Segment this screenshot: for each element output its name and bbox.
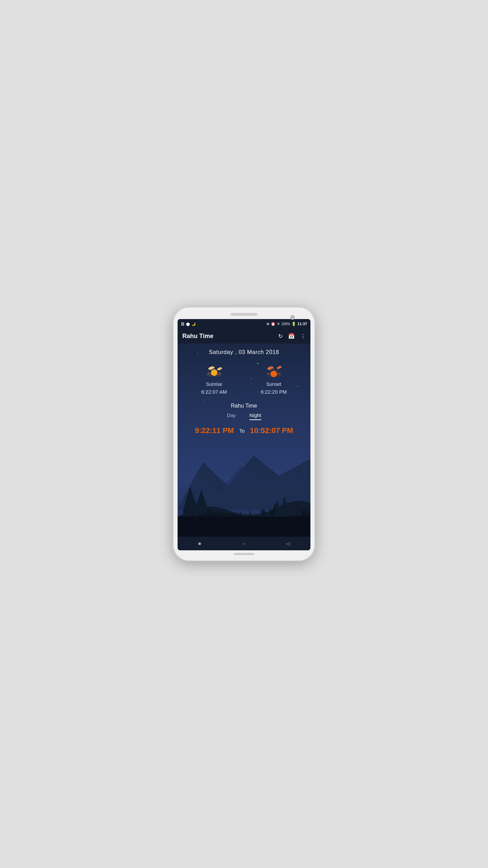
back-button[interactable]: ◁ <box>286 541 290 546</box>
sunrise-time: 6:22:07 AM <box>201 389 227 395</box>
status-left: 🖼 ⬤ 🌙 <box>181 322 196 326</box>
rahu-end-time: 10:52:07 PM <box>250 426 293 435</box>
sunrise-label: Sunrise <box>206 381 222 387</box>
status-bar: 🖼 ⬤ 🌙 ⊕ ⏰ ✕ 100% 🔋 11:37 <box>178 319 310 329</box>
add-circle-icon: ⊕ <box>266 322 269 326</box>
moon-icon: 🌙 <box>191 322 196 326</box>
sunrise-icon <box>204 362 224 379</box>
more-options-button[interactable]: ⋮ <box>300 333 306 339</box>
rahu-to-label: To <box>239 428 245 434</box>
home-button[interactable]: ○ <box>242 541 245 546</box>
date-display: Saturday , 03 March 2018 <box>209 349 279 356</box>
svg-point-37 <box>210 366 215 369</box>
rahu-section-title: Rahu Time <box>231 403 257 409</box>
signal-icon: ✕ <box>277 322 280 326</box>
phone-screen: 🖼 ⬤ 🌙 ⊕ ⏰ ✕ 100% 🔋 11:37 Rahu Time ↻ 📅 ⋮ <box>178 319 310 550</box>
svg-point-27 <box>211 369 217 376</box>
sun-row: Sunrise 6:22:07 AM <box>184 362 304 395</box>
clock-time: 11:37 <box>298 322 307 326</box>
status-right: ⊕ ⏰ ✕ 100% 🔋 11:37 <box>266 322 307 326</box>
tab-row: Day Night <box>227 412 261 420</box>
sunset-time: 6:22:20 PM <box>261 389 287 395</box>
tab-day[interactable]: Day <box>227 412 236 420</box>
sunrise-item: Sunrise 6:22:07 AM <box>201 362 227 395</box>
bottom-nav: ■ ○ ◁ <box>178 537 310 550</box>
battery-percent: 100% <box>281 322 290 326</box>
app-title: Rahu Time <box>182 333 278 340</box>
battery-icon: 🔋 <box>291 322 296 326</box>
app-bar-icons: ↻ 📅 ⋮ <box>278 333 306 339</box>
phone-speaker <box>230 313 258 316</box>
rahu-section: Rahu Time Day Night 9:22:11 PM To 10:52:… <box>184 403 304 435</box>
stop-button[interactable]: ■ <box>198 541 201 546</box>
sunset-label: Sunset <box>266 381 281 387</box>
svg-point-39 <box>219 367 222 369</box>
rahu-start-time: 9:22:11 PM <box>195 426 234 435</box>
svg-line-46 <box>277 370 278 371</box>
app-bar: Rahu Time ↻ 📅 ⋮ <box>178 329 310 343</box>
phone-camera <box>290 315 295 320</box>
photo-icon: 🖼 <box>181 322 184 326</box>
calendar-button[interactable]: 📅 <box>288 333 295 339</box>
sunset-icon <box>264 362 284 379</box>
sunset-item: Sunset 6:22:20 PM <box>261 362 287 395</box>
main-content: Saturday , 03 March 2018 <box>178 343 310 537</box>
tab-night[interactable]: Night <box>249 412 261 420</box>
circle-icon: ⬤ <box>186 322 190 326</box>
phone-home-bar <box>234 553 254 555</box>
phone-shell: 🖼 ⬤ 🌙 ⊕ ⏰ ✕ 100% 🔋 11:37 Rahu Time ↻ 📅 ⋮ <box>173 307 315 561</box>
content-overlay: Saturday , 03 March 2018 <box>178 343 310 537</box>
svg-point-52 <box>278 366 282 368</box>
alarm-icon: ⏰ <box>271 322 276 326</box>
svg-point-50 <box>269 366 273 369</box>
refresh-button[interactable]: ↻ <box>278 333 283 339</box>
time-range-row: 9:22:11 PM To 10:52:07 PM <box>195 426 293 435</box>
